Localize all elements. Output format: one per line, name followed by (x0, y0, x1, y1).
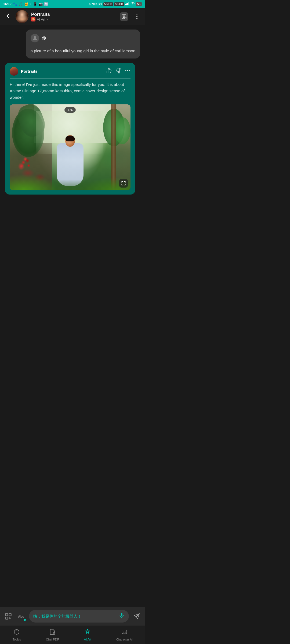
generated-image-container[interactable]: 1/4 (10, 104, 130, 190)
ai-message-bubble: Portraits Hi there! I've just made this … (5, 63, 135, 195)
svg-point-13 (129, 70, 130, 71)
image-counter: 1/4 (64, 107, 76, 113)
svg-point-7 (136, 14, 137, 16)
status-right: 6.70 KB/s 5G HD 5G HD 55 (89, 2, 142, 6)
chat-area: 你 a picture of a beautiful young girl in… (0, 25, 145, 237)
generated-painting (10, 104, 130, 190)
chevron-right-icon: › (47, 17, 48, 21)
header-subtitle: 🎨 AI Art › (31, 17, 117, 21)
user-message-text: a picture of a beautiful young girl in t… (31, 48, 135, 54)
status-bar: 16:19 🐾 🎵 🐱 ♪ 📱 📷 🔄 6.70 KB/s 5G HD 5G H… (0, 0, 145, 8)
svg-rect-2 (127, 3, 128, 5)
svg-point-10 (34, 36, 36, 38)
ai-bubble-header: Portraits (10, 67, 130, 79)
more-options-button[interactable] (132, 12, 142, 21)
back-button[interactable] (3, 12, 13, 22)
svg-point-11 (125, 70, 126, 71)
user-bubble-header: 你 (31, 34, 135, 45)
svg-point-8 (136, 16, 137, 17)
network1-badge: 5G HD (103, 2, 113, 6)
user-label: 你 (42, 36, 46, 41)
app-header: Portraits 🎨 AI Art › (0, 8, 145, 25)
header-actions (119, 12, 142, 21)
time-display: 16:19 (3, 2, 12, 6)
avatar (16, 10, 28, 23)
network2-badge: 5G HD (114, 2, 124, 6)
ai-avatar (10, 67, 18, 76)
clock-icon (120, 12, 128, 21)
ai-bot-name: Portraits (21, 69, 104, 74)
ai-message-text: Hi there! I've just made this image spec… (10, 81, 130, 101)
ai-art-icon: 🎨 (31, 17, 35, 21)
ai-actions (106, 68, 130, 75)
network-speed: 6.70 KB/s (89, 2, 102, 6)
user-avatar (31, 34, 39, 42)
status-time: 16:19 🐾 🎵 🐱 ♪ 📱 📷 🔄 (3, 2, 48, 6)
subtitle-text: AI Art (37, 17, 45, 21)
wifi-icon (130, 2, 135, 6)
svg-point-9 (136, 18, 137, 19)
header-info: Portraits 🎨 AI Art › (31, 12, 117, 21)
signal-icon (125, 2, 129, 6)
more-button[interactable] (125, 68, 130, 75)
svg-point-12 (127, 70, 128, 71)
svg-rect-1 (126, 3, 127, 5)
bot-name: Portraits (31, 12, 117, 17)
like-button[interactable] (106, 68, 112, 75)
svg-rect-3 (128, 2, 129, 5)
battery-display: 55 (136, 2, 142, 6)
user-message-bubble: 你 a picture of a beautiful young girl in… (26, 30, 140, 58)
expand-button[interactable] (119, 179, 128, 188)
history-button[interactable] (119, 12, 129, 21)
dislike-button[interactable] (115, 68, 121, 75)
svg-rect-0 (125, 4, 126, 5)
